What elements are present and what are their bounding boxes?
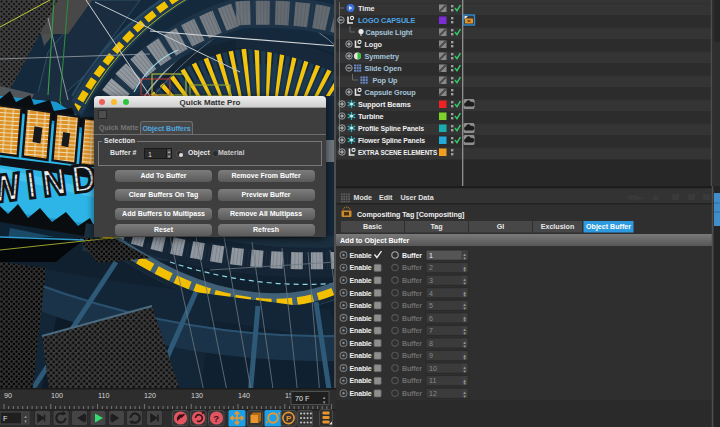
svg-text:10: 10 [429,365,437,373]
svg-text:5: 5 [429,302,433,310]
svg-text:Enable: Enable [350,277,372,284]
svg-text:Logo: Logo [365,40,383,49]
svg-text:Support Beams: Support Beams [358,100,411,109]
svg-text:Pop Up: Pop Up [373,76,399,85]
svg-text:EXTRA SCENE ELEMENTS: EXTRA SCENE ELEMENTS [358,149,437,156]
svg-text:LOGO CAPSULE: LOGO CAPSULE [358,16,415,25]
svg-text:▼: ▼ [463,331,467,336]
svg-text:Buffer: Buffer [402,390,422,397]
svg-text:Buffer: Buffer [402,365,422,372]
svg-text:Buffer: Buffer [402,302,422,309]
svg-text:Flower Spline Panels: Flower Spline Panels [358,137,425,145]
svg-text:1: 1 [429,252,433,260]
svg-text:▼: ▼ [463,306,467,311]
svg-text:Buffer: Buffer [402,327,422,334]
svg-text:Mode: Mode [354,194,373,202]
svg-text:Symmetry: Symmetry [365,52,401,61]
svg-text:Enable: Enable [350,290,372,297]
svg-text:Object Buffer: Object Buffer [586,223,631,231]
svg-text:Buffer: Buffer [402,377,422,384]
svg-text:Enable: Enable [350,390,372,397]
svg-text:Enable: Enable [350,377,372,384]
svg-text:90: 90 [4,391,12,400]
svg-text:Slide Open: Slide Open [365,64,402,73]
svg-text:Enable: Enable [350,327,372,334]
svg-text:▼: ▼ [463,356,467,361]
svg-text:▼: ▼ [463,281,467,286]
svg-text:Enable: Enable [350,302,372,309]
svg-text:▼: ▼ [463,318,467,323]
svg-text:Buffer: Buffer [402,252,422,259]
svg-text:Buffer: Buffer [402,352,422,359]
svg-text:▼: ▼ [463,293,467,298]
svg-text:?: ? [213,413,219,424]
svg-text:Capsule Light: Capsule Light [366,28,414,37]
svg-text:6: 6 [429,315,433,323]
svg-text:12: 12 [429,390,437,398]
svg-text:User Data: User Data [401,194,434,202]
svg-text:Tag: Tag [430,223,442,231]
svg-text:Enable: Enable [350,264,372,271]
svg-text:Basic: Basic [363,223,382,231]
svg-text:Turbine: Turbine [358,112,384,121]
svg-text:Enable: Enable [350,252,372,259]
svg-text:9: 9 [429,352,433,360]
svg-text:Buffer: Buffer [402,315,422,322]
svg-text:110: 110 [98,391,109,400]
svg-text:▼: ▼ [463,369,467,374]
svg-text:Exclusion: Exclusion [541,223,575,231]
svg-text:Profile Spline Panels: Profile Spline Panels [358,125,424,133]
svg-text:120: 120 [144,391,156,400]
svg-text:130: 130 [191,391,203,400]
svg-text:Enable: Enable [350,315,372,322]
svg-text:140: 140 [238,391,250,400]
svg-text:3: 3 [429,277,433,285]
svg-text:Enable: Enable [350,365,372,372]
svg-text:2: 2 [429,264,433,272]
svg-text:Enable: Enable [350,340,372,347]
svg-text:▼: ▼ [463,344,467,349]
svg-text:8: 8 [429,340,433,348]
svg-text:▼: ▼ [463,256,467,261]
svg-text:70 F: 70 F [295,394,310,403]
svg-text:P: P [286,414,292,423]
svg-text:▼: ▼ [463,394,467,399]
svg-text:7: 7 [429,327,433,335]
svg-text:Buffer: Buffer [402,340,422,347]
svg-text:▼: ▼ [463,268,467,273]
svg-text:Compositing Tag [Compositing]: Compositing Tag [Compositing] [357,211,464,219]
svg-text:Time: Time [358,4,375,13]
svg-text:Capsule Group: Capsule Group [365,88,417,97]
svg-text:F: F [3,414,8,423]
svg-text:Buffer: Buffer [402,290,422,297]
svg-text:▼: ▼ [322,400,326,405]
svg-text:100: 100 [51,391,63,400]
svg-text:▼: ▼ [24,419,28,424]
svg-text:Enable: Enable [350,352,372,359]
svg-text:GI: GI [497,223,505,231]
svg-text:4: 4 [429,290,433,298]
svg-text:Add to Object Buffer: Add to Object Buffer [340,237,410,245]
svg-text:▼: ▼ [463,381,467,386]
svg-text:11: 11 [429,377,436,385]
svg-text:Buffer: Buffer [402,277,422,284]
svg-text:Buffer: Buffer [402,264,422,271]
svg-text:Edit: Edit [379,194,393,202]
